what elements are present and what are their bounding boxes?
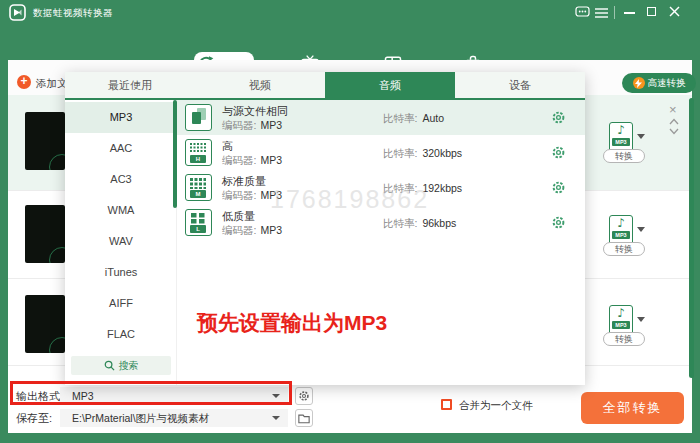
maximize-icon[interactable] <box>647 7 656 16</box>
music-note-icon: ♪ <box>610 216 632 230</box>
encoder-value: MP3 <box>260 154 282 166</box>
browse-folder-button[interactable] <box>295 409 313 427</box>
convert-file-button[interactable]: 转换 <box>603 149 645 163</box>
music-note-icon: ♪ <box>610 123 632 137</box>
bitrate-value: Auto <box>422 112 444 124</box>
encoder-value: MP3 <box>260 119 282 131</box>
preset-same-as-source[interactable]: 与源文件相同 编码器:MP3 比特率:Auto <box>177 100 585 135</box>
folder-icon <box>298 413 310 424</box>
quality-badge: L <box>190 225 206 233</box>
move-down-icon[interactable] <box>669 128 679 135</box>
quality-high-icon: H <box>185 139 212 166</box>
annotation-rectangle <box>10 381 292 405</box>
save-path-value: E:\PrMaterial\图片与视频素材 <box>72 412 209 426</box>
quality-low-icon: L <box>185 209 212 236</box>
gear-icon[interactable] <box>551 110 566 125</box>
merge-checkbox[interactable] <box>441 399 452 410</box>
format-settings-button[interactable] <box>295 387 313 405</box>
move-up-icon[interactable] <box>669 118 679 125</box>
caret-down-icon[interactable] <box>637 317 645 322</box>
title-bar: 数据蛙视频转换器 <box>0 0 700 25</box>
format-item-ac3[interactable]: AC3 <box>65 164 177 195</box>
fast-convert-label: 高速转换 <box>648 77 686 90</box>
merge-label[interactable]: 合并为一个文件 <box>459 399 533 413</box>
encoder-value: MP3 <box>260 224 282 236</box>
preset-name: 高 <box>222 139 233 154</box>
quality-standard-icon: M <box>185 174 212 201</box>
format-panel: 最近使用 视频 音频 设备 MP3 AAC AC3 WMA WAV iTunes… <box>65 72 585 385</box>
bitrate-value: 320kbps <box>422 147 462 159</box>
preset-name: 与源文件相同 <box>222 104 288 119</box>
preset-name: 标准质量 <box>222 174 266 189</box>
output-format-icon[interactable]: ♪ MP3 <box>609 215 633 245</box>
quality-badge: H <box>190 155 206 163</box>
encoder-label: 编码器: <box>222 119 256 131</box>
format-search[interactable]: 搜索 <box>71 356 171 375</box>
format-item-wma[interactable]: WMA <box>65 195 177 226</box>
preset-high[interactable]: H 高 编码器:MP3 比特率:320kbps <box>177 135 585 170</box>
output-format-icon[interactable]: ♪ MP3 <box>609 122 633 152</box>
convert-file-button[interactable]: 转换 <box>603 242 645 256</box>
encoder-label: 编码器: <box>222 154 256 166</box>
main-area: + 添加文件 高速转换 ♪ MP3 转换 × <box>8 60 692 433</box>
quality-badge: M <box>190 190 206 198</box>
encoder-label: 编码器: <box>222 189 256 201</box>
close-icon[interactable] <box>669 6 680 17</box>
panel-tab-audio[interactable]: 音频 <box>325 72 455 98</box>
caret-down-icon[interactable] <box>637 227 645 232</box>
panel-tab-video[interactable]: 视频 <box>195 72 325 98</box>
video-thumbnail[interactable] <box>25 295 65 353</box>
encoder-label: 编码器: <box>222 224 256 236</box>
save-path-select[interactable]: E:\PrMaterial\图片与视频素材 <box>60 409 288 427</box>
panel-tab-recent[interactable]: 最近使用 <box>65 72 195 98</box>
panel-tab-bar: 最近使用 视频 音频 设备 <box>65 72 585 100</box>
format-item-flac[interactable]: FLAC <box>65 319 177 350</box>
panel-tab-device[interactable]: 设备 <box>455 72 585 98</box>
copy-source-icon <box>185 104 212 131</box>
app-window: 数据蛙视频转换器 转换 <box>0 0 700 443</box>
gear-icon <box>298 390 310 402</box>
preset-name: 低质量 <box>222 209 255 224</box>
bitrate-label: 比特率: <box>383 147 417 159</box>
bitrate-value: 96kbps <box>422 217 456 229</box>
nav-tab-bar: 转换 短视频制作 分屏 <box>0 25 700 60</box>
lightning-icon <box>633 77 645 89</box>
titlebar-divider <box>614 6 615 19</box>
minimize-icon[interactable] <box>624 12 635 14</box>
search-icon <box>104 360 115 371</box>
format-list: MP3 AAC AC3 WMA WAV iTunes AIFF FLAC 搜索 <box>65 102 177 385</box>
bitrate-label: 比特率: <box>383 112 417 124</box>
convert-file-button[interactable]: 转换 <box>603 332 645 346</box>
fast-convert-button[interactable]: 高速转换 <box>622 73 696 93</box>
menu-icon[interactable] <box>595 8 608 18</box>
search-label: 搜索 <box>119 359 139 373</box>
plus-icon[interactable]: + <box>17 75 31 89</box>
app-title: 数据蛙视频转换器 <box>33 7 113 20</box>
format-item-itunes[interactable]: iTunes <box>65 257 177 288</box>
music-note-icon: ♪ <box>610 306 632 320</box>
remove-file-icon[interactable]: × <box>669 104 677 116</box>
watermark-text: 1768198862 <box>270 185 429 214</box>
output-format-icon[interactable]: ♪ MP3 <box>609 305 633 335</box>
file-list-scrollbar[interactable] <box>689 98 694 378</box>
format-item-aac[interactable]: AAC <box>65 133 177 164</box>
bitrate-label: 比特率: <box>383 217 417 229</box>
video-thumbnail[interactable] <box>25 205 65 263</box>
gear-icon[interactable] <box>551 180 566 195</box>
gear-icon[interactable] <box>551 215 566 230</box>
gear-icon[interactable] <box>551 145 566 160</box>
format-item-mp3[interactable]: MP3 <box>65 102 177 133</box>
caret-down-icon[interactable] <box>637 134 645 139</box>
caret-down-icon <box>272 416 280 420</box>
annotation-text: 预先设置输出为MP3 <box>197 309 387 337</box>
save-to-label: 保存至: <box>16 411 52 426</box>
app-logo-icon <box>9 4 26 21</box>
convert-all-button[interactable]: 全部转换 <box>581 392 684 424</box>
format-item-aiff[interactable]: AIFF <box>65 288 177 319</box>
format-item-wav[interactable]: WAV <box>65 226 177 257</box>
video-thumbnail[interactable] <box>25 112 65 170</box>
feedback-icon[interactable] <box>575 6 590 19</box>
